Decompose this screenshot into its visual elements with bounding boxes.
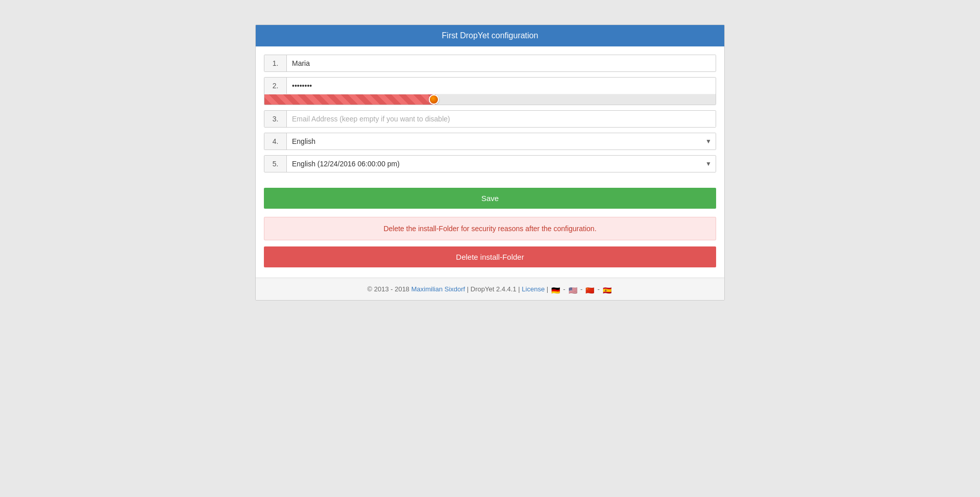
field2-number: 2.: [264, 78, 287, 94]
language-row: 4. English Deutsch Español Français 中文 ▼: [264, 133, 716, 150]
dialog-footer: © 2013 - 2018 Maximilian Sixdorf | DropY…: [256, 278, 724, 300]
flag-es-icon[interactable]: 🇪🇸: [602, 286, 612, 293]
dialog-body: 1. 2. 3. 4. English: [256, 46, 724, 278]
flag-divider-1: -: [563, 285, 567, 293]
field4-number: 4.: [264, 133, 287, 150]
warning-box: Delete the install-Folder for security r…: [264, 217, 716, 240]
configuration-dialog: First DropYet configuration 1. 2. 3.: [255, 24, 725, 301]
field3-number: 3.: [264, 111, 287, 127]
flag-divider-2: -: [580, 285, 584, 293]
dialog-header: First DropYet configuration: [256, 25, 724, 46]
copyright-text: © 2013 - 2018: [368, 285, 410, 293]
field5-number: 5.: [264, 156, 287, 172]
flag-us-icon[interactable]: 🇺🇸: [568, 286, 578, 293]
dialog-title: First DropYet configuration: [442, 31, 538, 40]
save-button[interactable]: Save: [264, 188, 716, 209]
strength-fill: [264, 94, 436, 105]
flag-de-icon[interactable]: 🇩🇪: [551, 286, 561, 293]
language-select-wrapper: English Deutsch Español Français 中文 ▼: [287, 133, 716, 150]
email-input[interactable]: [287, 111, 716, 127]
version-text: | DropYet 2.4.4.1 |: [467, 285, 522, 293]
password-input[interactable]: [287, 78, 716, 94]
license-link[interactable]: License: [522, 285, 545, 293]
delete-folder-button[interactable]: Delete install-Folder: [264, 246, 716, 267]
flag-divider-3: -: [598, 285, 602, 293]
datetime-select-wrapper: English (12/24/2016 06:00:00 pm) Deutsch…: [287, 156, 716, 172]
language-select[interactable]: English Deutsch Español Français 中文: [287, 133, 716, 150]
strength-icon: [429, 94, 439, 105]
author-link[interactable]: Maximilian Sixdorf: [411, 285, 465, 293]
warning-text: Delete the install-Folder for security r…: [383, 225, 596, 233]
flag-cn-icon[interactable]: 🇨🇳: [585, 286, 595, 293]
email-row: 3.: [264, 110, 716, 128]
password-top: 2.: [264, 78, 716, 94]
username-row: 1.: [264, 55, 716, 72]
flag-separator: |: [547, 285, 550, 293]
password-row: 2.: [264, 77, 716, 105]
field1-number: 1.: [264, 55, 287, 71]
datetime-row: 5. English (12/24/2016 06:00:00 pm) Deut…: [264, 155, 716, 172]
datetime-select[interactable]: English (12/24/2016 06:00:00 pm) Deutsch…: [287, 156, 716, 172]
username-input[interactable]: [287, 55, 716, 71]
password-strength-bar: [264, 94, 716, 105]
